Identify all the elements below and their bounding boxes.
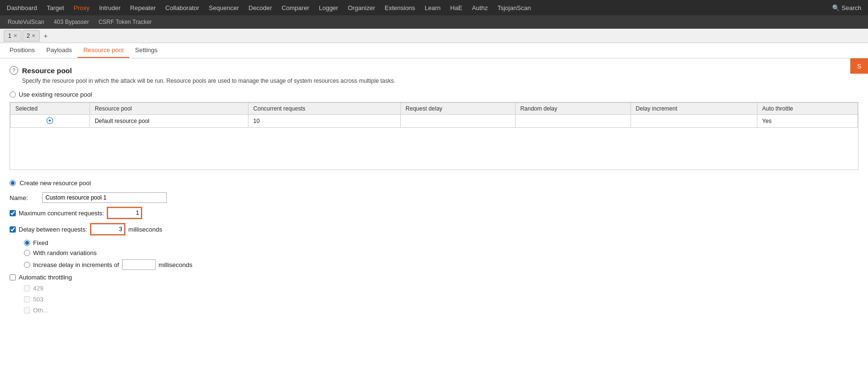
col-random-delay: Random delay [515,103,631,115]
delay-checkbox[interactable] [10,226,16,233]
nav-learn[interactable]: Learn [420,0,445,15]
section-description: Specify the resource pool in which the a… [22,78,858,84]
nav-dashboard[interactable]: Dashboard [2,0,42,15]
nav-repeater[interactable]: Repeater [125,0,160,15]
nav-collaborator[interactable]: Collaborator [160,0,204,15]
nav-tsjojanscan[interactable]: TsjojanScan [493,0,536,15]
throttle-503-row[interactable]: 503 [24,296,858,303]
increment-delay-row[interactable]: Increase delay in increments of millisec… [24,259,858,270]
col-selected: Selected [11,103,90,115]
search-button[interactable]: 🔍 Search [827,4,866,11]
nav-proxy[interactable]: Proxy [69,0,94,15]
throttle-503-label: 503 [33,296,44,303]
auto-throttle-checkbox[interactable] [10,274,16,280]
col-concurrent-requests: Concurrent requests [248,103,401,115]
fixed-delay-row[interactable]: Fixed [24,239,858,246]
page-title: Resource pool [22,67,72,75]
nav-target[interactable]: Target [42,0,69,15]
name-label: Name: [10,194,38,201]
nav-extensions[interactable]: Extensions [380,0,420,15]
auto-throttle-row[interactable]: Automatic throttling [10,274,858,281]
cell-auto-throttle: Yes [757,115,857,128]
random-delay-row[interactable]: With random variations [24,249,858,256]
name-input[interactable] [42,192,167,203]
name-form-row: Name: [10,192,858,203]
auto-throttle-section: Automatic throttling 429 503 Oth... [10,274,858,314]
create-new-radio-row[interactable]: Create new resource pool [10,179,858,187]
page-tabs: Positions Payloads Resource pool Setting… [0,43,868,58]
throttle-429-checkbox[interactable] [24,285,30,291]
tab-1-close[interactable]: ✕ [13,33,17,38]
create-new-section: Create new resource pool Name: Maximum c… [10,179,858,314]
create-new-label: Create new resource pool [20,179,91,187]
cell-resource-pool-name: Default resource pool [90,115,248,128]
nav-logger[interactable]: Logger [314,0,343,15]
table-inner: Selected Resource pool Concurrent reques… [10,102,858,169]
cell-request-delay [401,115,516,128]
tabs-row: 1 ✕ 2 ✕ + [0,29,868,43]
tab-payloads[interactable]: Payloads [41,43,78,58]
increment-delay-radio[interactable] [24,262,30,268]
max-concurrent-checkbox[interactable] [10,210,16,216]
throttle-other-checkbox[interactable] [24,307,30,313]
nav-decoder[interactable]: Decoder [244,0,277,15]
use-existing-radio[interactable] [10,91,16,98]
delay-label: Delay between requests: [19,226,87,233]
random-delay-radio[interactable] [24,250,30,256]
selected-radio-icon: ⦿ [46,117,54,125]
col-delay-increment: Delay increment [631,103,757,115]
tab-resource-pool[interactable]: Resource pool [78,43,129,58]
delay-options: Fixed With random variations Increase de… [24,239,858,270]
throttle-other-label: Oth... [33,307,48,314]
nav-hae[interactable]: HaE [445,0,467,15]
max-concurrent-highlight [107,207,142,219]
nav-sequencer[interactable]: Sequencer [204,0,244,15]
resource-pool-table-container: Selected Resource pool Concurrent reques… [10,102,858,170]
cell-delay-increment [631,115,757,128]
max-concurrent-input[interactable] [108,208,141,218]
max-concurrent-row: Maximum concurrent requests: [10,207,858,219]
cell-random-delay [515,115,631,128]
search-icon: 🔍 [832,4,840,11]
throttle-other-row[interactable]: Oth... [24,307,858,314]
delay-input[interactable] [91,224,124,234]
col-resource-pool: Resource pool [90,103,248,115]
throttle-503-checkbox[interactable] [24,296,30,302]
auto-throttle-label: Automatic throttling [19,274,72,281]
start-attack-button[interactable]: S [850,58,868,74]
nav-routevulscan[interactable]: RouteVulScan [4,15,48,29]
cell-concurrent-requests: 10 [248,115,401,128]
fixed-delay-radio[interactable] [24,240,30,246]
throttle-429-label: 429 [33,285,44,292]
delay-row: Delay between requests: milliseconds [10,223,858,235]
tab-2[interactable]: 2 ✕ [23,30,40,42]
fixed-delay-label: Fixed [33,239,48,246]
col-request-delay: Request delay [401,103,516,115]
create-new-radio[interactable] [10,180,16,186]
use-existing-label: Use existing resource pool [19,91,92,98]
tab-positions[interactable]: Positions [4,43,41,58]
delay-highlight [90,223,125,235]
delay-unit-label: milliseconds [128,226,162,233]
nav-organizer[interactable]: Organizer [343,0,380,15]
nav-comparer[interactable]: Comparer [277,0,314,15]
nav-csrf-token-tracker[interactable]: CSRF Token Tracker [95,15,156,29]
second-nav-bar: RouteVulScan 403 Bypasser CSRF Token Tra… [0,15,868,29]
nav-intruder[interactable]: Intruder [94,0,125,15]
nav-authz[interactable]: Authz [467,0,493,15]
col-auto-throttle: Auto throttle [757,103,857,115]
tab-2-close[interactable]: ✕ [32,33,35,38]
increment-delay-label: Increase delay in increments of [33,261,119,268]
increment-value-input[interactable] [122,259,156,270]
help-icon[interactable]: ? [10,66,18,75]
cell-selected[interactable]: ⦿ [11,115,90,128]
table-row[interactable]: ⦿ Default resource pool 10 Yes [11,115,858,128]
add-tab-button[interactable]: + [41,31,50,41]
max-concurrent-label: Maximum concurrent requests: [19,210,104,217]
use-existing-option[interactable]: Use existing resource pool [10,91,858,98]
resource-pool-table: Selected Resource pool Concurrent reques… [10,102,858,128]
tab-settings[interactable]: Settings [129,43,163,58]
tab-1[interactable]: 1 ✕ [4,30,22,42]
throttle-429-row[interactable]: 429 [24,285,858,292]
nav-403bypasser[interactable]: 403 Bypasser [50,15,92,29]
